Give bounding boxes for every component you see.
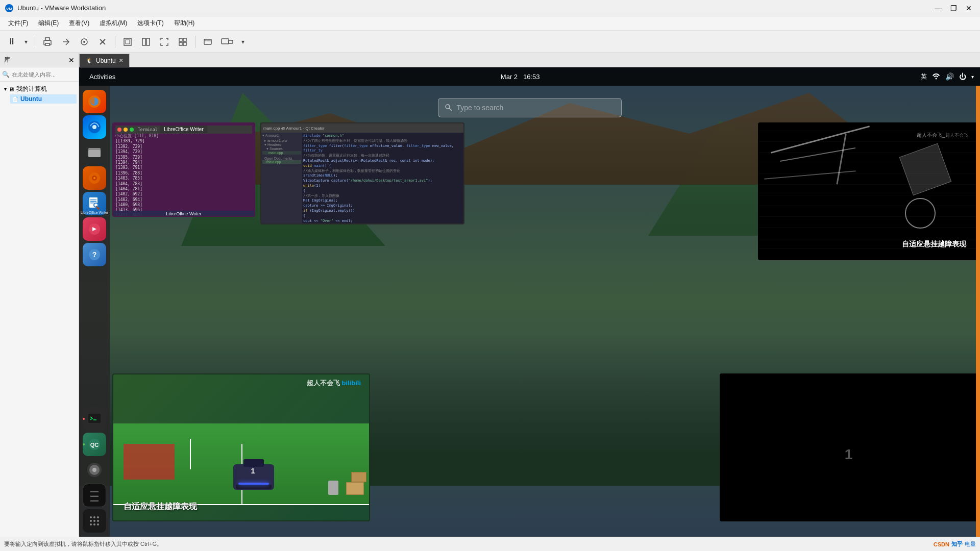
qtcreator-window-thumb[interactable]: main.cpp @ Armour1 - Qt Creator ▾ Armour… [260,122,464,224]
window-controls: — ❐ ✕ [931,1,976,15]
libreoffice-label-overlay: LibreOffice Writer [81,211,108,214]
close-button[interactable]: ✕ [962,1,976,15]
fullscreen-button[interactable] [156,34,173,50]
guest-button[interactable] [200,34,216,50]
devices-button[interactable] [218,34,236,50]
menu-edit[interactable]: 编辑(E) [34,17,63,29]
dark-video-window-thumb[interactable]: 1 [720,373,977,521]
statusbar-power-icon[interactable]: 电量 [965,540,976,548]
svg-rect-34 [90,201,96,202]
dock-help[interactable]: ? [83,243,106,266]
svg-text:VM: VM [6,7,12,11]
dark-video-number: 1 [845,446,853,463]
dock-app-center[interactable] [83,217,106,241]
chevron-down-icon: ▾ [4,86,7,92]
svg-rect-35 [90,203,94,204]
tree-item-ubuntu[interactable]: 📄 Ubuntu [10,94,77,104]
power-icon[interactable]: ⏻ [959,72,966,81]
svg-point-52 [97,520,99,522]
ubuntu-topbar: Activities Mar 2 16:53 英 🔊 ⏻ ▾ [79,67,980,86]
sidebar-close-button[interactable]: ✕ [68,56,75,64]
restore-button[interactable]: ❐ [946,1,961,15]
ubuntu-search-bar[interactable] [438,98,622,117]
terminal-window-thumb[interactable]: Terminal 中心位置:[111, 818] [[1389, 729] [1… [112,122,255,217]
volume-icon[interactable]: 🔊 [945,72,954,81]
language-indicator[interactable]: 英 [921,72,927,81]
print-button[interactable] [39,34,56,50]
libreoffice-writer-icon [87,196,102,211]
svg-rect-16 [183,42,186,45]
qtcreator-icon: QC [87,437,102,452]
robot-video-bilibili: 超人不会飞 bilibili [307,379,361,388]
dock-dark-panel[interactable]: ▬▬▬▬▬▬ [83,484,106,507]
devices-dropdown-button[interactable]: ▾ [238,34,248,50]
svg-rect-27 [88,150,101,157]
dock-rhythmbox[interactable] [83,166,106,190]
menu-file[interactable]: 文件(F) [4,17,32,29]
ubuntu-search-input[interactable] [457,104,615,112]
svg-rect-10 [126,40,130,44]
ubuntu-tab[interactable]: 🐧 Ubuntu ✕ [79,54,130,67]
dock-terminal[interactable] [83,407,106,431]
pause-dropdown-button[interactable]: ▾ [21,34,31,50]
library-title: 库 [4,56,10,64]
terminal-indicator [83,418,85,420]
dark-panel-icon: ▬▬▬▬▬▬ [90,489,99,503]
qtcreator-header: main.cpp @ Armour1 - Qt Creator [261,123,463,133]
capture-button[interactable] [76,34,92,50]
svg-rect-13 [179,38,182,41]
my-computer-label: 我的计算机 [16,85,47,93]
topbar-clock: Mar 2 16:53 [119,73,921,81]
unity-icon [178,37,188,47]
robot-video-window-thumb[interactable]: 1 超人不会飞 bilibili 自适应悬挂越障表现 [112,373,370,521]
svg-point-50 [90,520,92,522]
statusbar-zhihu-icon[interactable]: 知乎 [951,540,963,548]
menu-help[interactable]: 帮助(H) [170,17,199,29]
svg-rect-14 [183,38,186,41]
menu-vm[interactable]: 虚拟机(M) [95,17,131,29]
remove-button[interactable] [94,34,111,50]
thunderbird-icon [87,120,102,134]
topbar-right-area: 英 🔊 ⏻ ▾ [921,72,974,81]
dock-firefox[interactable] [83,90,106,113]
settings-dropdown-icon[interactable]: ▾ [971,74,974,80]
dock-qtcreator[interactable]: QC [83,433,106,456]
minimize-button[interactable]: — [931,1,945,15]
svg-rect-20 [229,40,233,43]
dock-media[interactable] [83,458,106,482]
tab-close-button[interactable]: ✕ [119,58,123,63]
dock-apps-grid[interactable] [83,509,106,533]
bw-video-window-thumb[interactable]: 超人不会飞_超人不会飞 自适应悬挂越障表现 [758,122,977,260]
terminal-icon [87,412,102,426]
svg-text:?: ? [92,251,97,259]
topbar-time: 16:53 [523,73,540,81]
topbar-date: Mar 2 [501,73,518,81]
svg-rect-15 [179,42,182,45]
dock-files[interactable] [83,141,106,164]
tree-item-my-computer[interactable]: ▾ 🖥 我的计算机 [2,84,77,94]
dock-thunderbird[interactable] [83,115,106,139]
sidebar-tree: ▾ 🖥 我的计算机 📄 Ubuntu [0,82,79,537]
vm-display[interactable]: Activities Mar 2 16:53 英 🔊 ⏻ ▾ [79,67,980,537]
computer-icon: 🖥 [9,86,14,92]
files-icon [87,145,102,160]
network-icon[interactable] [932,72,940,81]
svg-line-57 [449,108,452,111]
sidebar-search-input[interactable] [12,71,82,78]
menu-tabs[interactable]: 选项卡(T) [133,17,167,29]
svg-rect-3 [45,38,50,40]
dock-libreoffice-writer[interactable]: LibreOffice Writer [83,192,106,215]
send-key-icon [61,37,71,47]
fit-button[interactable] [119,34,136,50]
unity-button[interactable] [175,34,191,50]
send-key-button[interactable] [58,34,74,50]
pause-button[interactable]: ⏸ [4,34,19,50]
fit-icon [122,37,133,47]
svg-point-51 [93,520,95,522]
svg-point-47 [90,516,92,518]
split-button[interactable] [138,34,154,50]
menu-view[interactable]: 查看(V) [65,17,93,29]
capture-icon [79,37,89,47]
statusbar-csdn-icon[interactable]: CSDN [934,541,949,547]
activities-button[interactable]: Activities [85,71,119,83]
